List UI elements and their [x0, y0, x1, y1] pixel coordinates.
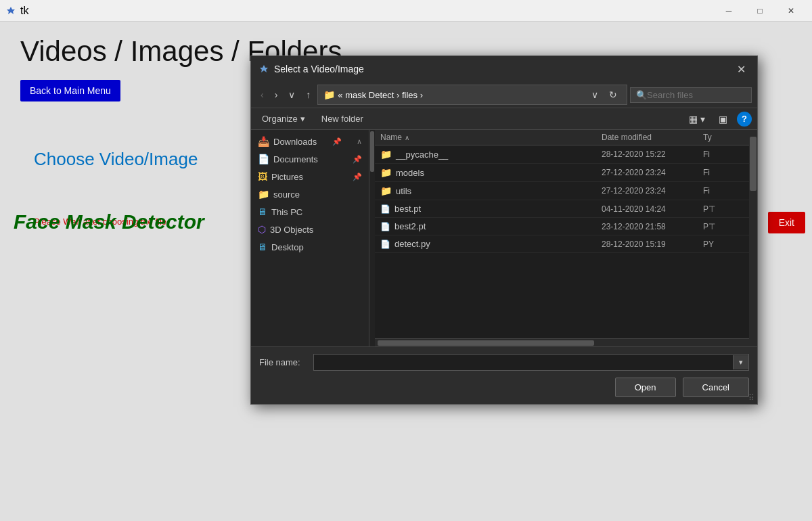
- nav-forward-button[interactable]: ›: [271, 87, 282, 102]
- detect-py-type: PY: [703, 240, 744, 249]
- file-row-detect-py[interactable]: 📄 detect.py 28-12-2020 15:19 PY: [375, 235, 749, 253]
- dialog-buttons: Open Cancel: [259, 378, 749, 397]
- dialog-icon: [259, 64, 269, 74]
- file-row-models[interactable]: 📁 models 27-12-2020 23:24 Fi: [375, 164, 749, 182]
- sidebar-item-pictures[interactable]: 🖼 Pictures 📌: [251, 168, 369, 185]
- new-folder-button[interactable]: New folder: [316, 111, 369, 127]
- resize-handle[interactable]: ⠿: [748, 393, 754, 403]
- app-title: tk: [20, 5, 28, 17]
- nav-dropdown2-button[interactable]: ∨: [587, 87, 602, 102]
- title-bar: tk ─ □ ✕: [0, 0, 812, 22]
- models-name: models: [396, 168, 424, 178]
- col-name-header[interactable]: Name ∧: [380, 133, 602, 142]
- file-list-container: Name ∧ Date modified Ty 📁 __pycache__ 28…: [375, 130, 749, 346]
- filename-row: File name: ▾: [259, 354, 749, 371]
- filename-input-wrapper[interactable]: ▾: [313, 354, 749, 371]
- filename-dropdown-button[interactable]: ▾: [733, 355, 748, 369]
- best2-pt-name: best2.pt: [394, 221, 426, 231]
- organize-arrow-icon: ▾: [300, 114, 305, 124]
- file-row-utils[interactable]: 📁 utils 27-12-2020 23:24 Fi: [375, 182, 749, 200]
- best-pt-icon: 📄: [380, 204, 390, 214]
- utils-date: 27-12-2020 23:24: [602, 186, 703, 196]
- close-button[interactable]: ✕: [775, 0, 807, 22]
- open-button[interactable]: Open: [615, 378, 676, 397]
- documents-pin-icon: 📌: [353, 155, 362, 164]
- search-icon: 🔍: [636, 90, 647, 100]
- dialog-title-left: Select a Video/Image: [259, 64, 364, 74]
- pycache-date: 28-12-2020 15:22: [602, 150, 703, 159]
- sidebar-item-this-pc[interactable]: 🖥 This PC: [251, 203, 369, 221]
- view-icon: ▦: [689, 114, 698, 124]
- nav-bar: ‹ › ∨ ↑ 📁 « mask Detect › files › ∨ ↻ 🔍: [251, 82, 757, 108]
- search-input[interactable]: [647, 90, 735, 100]
- sidebar-desktop-label: Desktop: [271, 242, 304, 252]
- back-to-main-menu-button[interactable]: Back to Main Menu: [20, 80, 120, 101]
- filename-label: File name:: [259, 357, 307, 367]
- sidebar-item-3d-objects[interactable]: ⬡ 3D Objects: [251, 221, 369, 238]
- filename-input[interactable]: [314, 355, 733, 370]
- bottom-branding: Face Mask Detector: [14, 210, 204, 233]
- pane-icon: ▣: [719, 114, 727, 124]
- file-row-best-pt[interactable]: 📄 best.pt 04-11-2020 14:24 P⊤: [375, 200, 749, 218]
- sidebar-item-source[interactable]: 📁 source: [251, 185, 369, 203]
- pycache-folder-icon: 📁: [380, 149, 392, 160]
- sidebar: 📥 Downloads 📌 ∧ 📄 Documents 📌 🖼: [251, 130, 369, 346]
- sidebar-item-documents[interactable]: 📄 Documents 📌: [251, 150, 369, 168]
- file-row-best2-pt[interactable]: 📄 best2.pt 23-12-2020 21:58 P⊤: [375, 218, 749, 235]
- breadcrumb-bar[interactable]: 📁 « mask Detect › files › ∨ ↻: [317, 85, 627, 105]
- models-type: Fi: [703, 168, 744, 177]
- col-type-header[interactable]: Ty: [703, 133, 744, 142]
- file-dialog: Select a Video/Image ✕ ‹ › ∨ ↑ 📁 « mask …: [250, 55, 758, 405]
- title-bar-controls: ─ □ ✕: [713, 0, 807, 22]
- app-icon: [5, 5, 16, 16]
- view-button[interactable]: ▦ ▾: [685, 112, 709, 127]
- sidebar-item-downloads[interactable]: 📥 Downloads 📌 ∧: [251, 133, 369, 150]
- organize-button[interactable]: Organize ▾: [256, 111, 311, 127]
- title-bar-left: tk: [5, 5, 28, 17]
- file-row-pycache[interactable]: 📁 __pycache__ 28-12-2020 15:22 Fi: [375, 145, 749, 164]
- col-name-label: Name: [380, 133, 402, 142]
- nav-back-button[interactable]: ‹: [256, 87, 268, 102]
- sidebar-3dobjects-label: 3D Objects: [270, 225, 313, 235]
- dialog-close-button[interactable]: ✕: [733, 61, 749, 77]
- best2-pt-date: 23-12-2020 21:58: [602, 222, 703, 231]
- nav-up-button[interactable]: ↑: [302, 87, 315, 102]
- dialog-body: 📥 Downloads 📌 ∧ 📄 Documents 📌 🖼: [251, 130, 757, 346]
- pycache-name: __pycache__: [396, 150, 448, 160]
- hscroll-area[interactable]: [375, 338, 749, 346]
- new-folder-label: New folder: [321, 114, 363, 124]
- nav-dropdown-button[interactable]: ∨: [284, 87, 299, 102]
- exit-button[interactable]: Exit: [768, 212, 805, 233]
- sidebar-item-desktop[interactable]: 🖥 Desktop: [251, 238, 369, 256]
- search-bar[interactable]: 🔍: [630, 87, 752, 103]
- minimize-button[interactable]: ─: [713, 0, 744, 22]
- dialog-title: Select a Video/Image: [274, 64, 364, 74]
- sort-arrow-icon: ∧: [405, 134, 409, 141]
- best2-pt-icon: 📄: [380, 222, 390, 231]
- 3d-objects-icon: ⬡: [258, 224, 266, 235]
- file-list: 📁 __pycache__ 28-12-2020 15:22 Fi 📁 mode…: [375, 145, 749, 346]
- col-date-header[interactable]: Date modified: [602, 133, 703, 142]
- sidebar-source-label: source: [273, 189, 300, 200]
- downloads-folder-icon: 📥: [258, 136, 269, 147]
- pictures-folder-icon: 🖼: [258, 171, 267, 182]
- file-list-scrollbar[interactable]: [749, 130, 757, 346]
- source-folder-icon: 📁: [258, 189, 269, 200]
- breadcrumb-text: « mask Detect › files ›: [338, 90, 423, 100]
- choose-label: Choose Video/Image: [34, 149, 198, 170]
- sidebar-documents-label: Documents: [273, 154, 318, 164]
- maximize-button[interactable]: □: [744, 0, 775, 22]
- toolbar: Organize ▾ New folder ▦ ▾ ▣ ?: [251, 108, 757, 130]
- dialog-bottom: File name: ▾ Open Cancel: [251, 346, 757, 404]
- branding-text: Face Mask Detector: [14, 210, 204, 233]
- file-list-header: Name ∧ Date modified Ty: [375, 130, 749, 145]
- documents-folder-icon: 📄: [258, 154, 269, 164]
- sidebar-scrollbar[interactable]: [369, 130, 375, 346]
- best2-pt-type: P⊤: [703, 222, 744, 231]
- pictures-pin-icon: 📌: [353, 173, 362, 181]
- nav-refresh-button[interactable]: ↻: [605, 87, 621, 102]
- help-button[interactable]: ?: [737, 112, 752, 127]
- pane-button[interactable]: ▣: [715, 112, 731, 127]
- cancel-button[interactable]: Cancel: [683, 378, 749, 397]
- models-date: 27-12-2020 23:24: [602, 168, 703, 177]
